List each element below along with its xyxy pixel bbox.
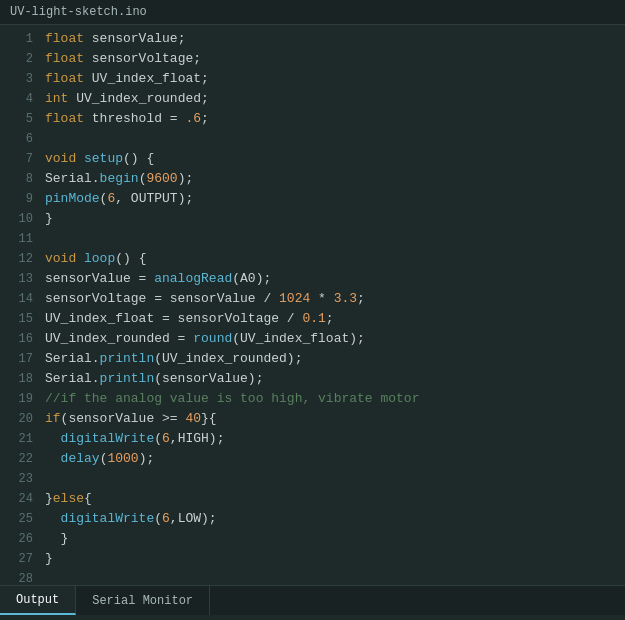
line-code: } bbox=[45, 549, 625, 569]
line-number: 5 bbox=[0, 109, 45, 129]
line-19: 19//if the analog value is too high, vib… bbox=[0, 389, 625, 409]
line-number: 28 bbox=[0, 569, 45, 585]
line-code: UV_index_rounded = round(UV_index_float)… bbox=[45, 329, 625, 349]
line-25: 25 digitalWrite(6,LOW); bbox=[0, 509, 625, 529]
line-code: void setup() { bbox=[45, 149, 625, 169]
line-number: 4 bbox=[0, 89, 45, 109]
line-17: 17Serial.println(UV_index_rounded); bbox=[0, 349, 625, 369]
line-number: 1 bbox=[0, 29, 45, 49]
line-code: float threshold = .6; bbox=[45, 109, 625, 129]
line-8: 8Serial.begin(9600); bbox=[0, 169, 625, 189]
tab-output[interactable]: Output bbox=[0, 586, 76, 615]
line-code: void loop() { bbox=[45, 249, 625, 269]
line-code: sensorVoltage = sensorValue / 1024 * 3.3… bbox=[45, 289, 625, 309]
line-code: Serial.println(UV_index_rounded); bbox=[45, 349, 625, 369]
line-24: 24}else{ bbox=[0, 489, 625, 509]
line-code: } bbox=[45, 529, 625, 549]
line-code: } bbox=[45, 209, 625, 229]
code-area: 1float sensorValue;2float sensorVoltage;… bbox=[0, 25, 625, 585]
line-10: 10} bbox=[0, 209, 625, 229]
line-code: }else{ bbox=[45, 489, 625, 509]
line-28: 28 bbox=[0, 569, 625, 585]
line-code: //if the analog value is too high, vibra… bbox=[45, 389, 625, 409]
line-number: 18 bbox=[0, 369, 45, 389]
line-9: 9pinMode(6, OUTPUT); bbox=[0, 189, 625, 209]
line-number: 26 bbox=[0, 529, 45, 549]
line-number: 8 bbox=[0, 169, 45, 189]
line-12: 12void loop() { bbox=[0, 249, 625, 269]
line-number: 16 bbox=[0, 329, 45, 349]
line-code: float sensorVoltage; bbox=[45, 49, 625, 69]
line-11: 11 bbox=[0, 229, 625, 249]
line-27: 27} bbox=[0, 549, 625, 569]
line-23: 23 bbox=[0, 469, 625, 489]
line-number: 19 bbox=[0, 389, 45, 409]
line-number: 24 bbox=[0, 489, 45, 509]
line-number: 21 bbox=[0, 429, 45, 449]
line-number: 20 bbox=[0, 409, 45, 429]
line-16: 16UV_index_rounded = round(UV_index_floa… bbox=[0, 329, 625, 349]
line-code: delay(1000); bbox=[45, 449, 625, 469]
line-number: 6 bbox=[0, 129, 45, 149]
line-code: int UV_index_rounded; bbox=[45, 89, 625, 109]
editor: 1float sensorValue;2float sensorVoltage;… bbox=[0, 25, 625, 585]
line-code: if(sensorValue >= 40}{ bbox=[45, 409, 625, 429]
line-number: 23 bbox=[0, 469, 45, 489]
line-number: 3 bbox=[0, 69, 45, 89]
line-number: 27 bbox=[0, 549, 45, 569]
line-number: 12 bbox=[0, 249, 45, 269]
line-6: 6 bbox=[0, 129, 625, 149]
line-number: 2 bbox=[0, 49, 45, 69]
line-7: 7void setup() { bbox=[0, 149, 625, 169]
line-code: float sensorValue; bbox=[45, 29, 625, 49]
line-number: 22 bbox=[0, 449, 45, 469]
line-22: 22 delay(1000); bbox=[0, 449, 625, 469]
line-code: Serial.println(sensorValue); bbox=[45, 369, 625, 389]
line-number: 7 bbox=[0, 149, 45, 169]
bottom-tabs: Output Serial Monitor bbox=[0, 585, 625, 615]
line-code: float UV_index_float; bbox=[45, 69, 625, 89]
line-code: Serial.begin(9600); bbox=[45, 169, 625, 189]
line-number: 17 bbox=[0, 349, 45, 369]
title-bar: UV-light-sketch.ino bbox=[0, 0, 625, 25]
line-21: 21 digitalWrite(6,HIGH); bbox=[0, 429, 625, 449]
tab-serial-monitor[interactable]: Serial Monitor bbox=[76, 586, 210, 615]
line-26: 26 } bbox=[0, 529, 625, 549]
line-15: 15UV_index_float = sensorVoltage / 0.1; bbox=[0, 309, 625, 329]
line-4: 4int UV_index_rounded; bbox=[0, 89, 625, 109]
line-code: sensorValue = analogRead(A0); bbox=[45, 269, 625, 289]
line-number: 9 bbox=[0, 189, 45, 209]
line-number: 13 bbox=[0, 269, 45, 289]
line-number: 14 bbox=[0, 289, 45, 309]
line-number: 11 bbox=[0, 229, 45, 249]
line-18: 18Serial.println(sensorValue); bbox=[0, 369, 625, 389]
line-number: 15 bbox=[0, 309, 45, 329]
line-number: 25 bbox=[0, 509, 45, 529]
line-3: 3float UV_index_float; bbox=[0, 69, 625, 89]
file-name: UV-light-sketch.ino bbox=[10, 5, 147, 19]
line-5: 5float threshold = .6; bbox=[0, 109, 625, 129]
line-2: 2float sensorVoltage; bbox=[0, 49, 625, 69]
line-number: 10 bbox=[0, 209, 45, 229]
line-code: pinMode(6, OUTPUT); bbox=[45, 189, 625, 209]
line-13: 13sensorValue = analogRead(A0); bbox=[0, 269, 625, 289]
line-code: digitalWrite(6,HIGH); bbox=[45, 429, 625, 449]
line-14: 14sensorVoltage = sensorValue / 1024 * 3… bbox=[0, 289, 625, 309]
line-1: 1float sensorValue; bbox=[0, 29, 625, 49]
line-code: digitalWrite(6,LOW); bbox=[45, 509, 625, 529]
line-20: 20if(sensorValue >= 40}{ bbox=[0, 409, 625, 429]
line-code: UV_index_float = sensorVoltage / 0.1; bbox=[45, 309, 625, 329]
